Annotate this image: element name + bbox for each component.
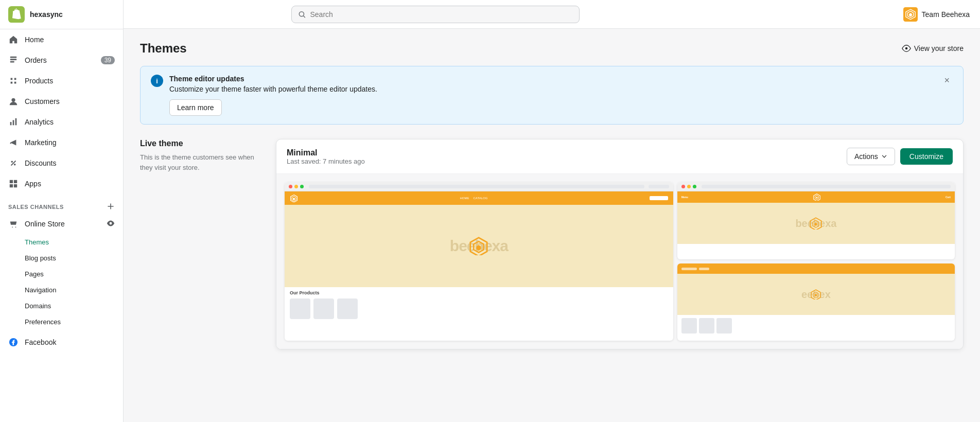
home-icon <box>8 34 19 45</box>
sidebar-header: hexasync <box>0 0 123 29</box>
preferences-sub-label: Preferences <box>25 318 61 326</box>
sec-browser-dot <box>681 185 685 188</box>
eye-icon <box>902 44 911 53</box>
mini-nav-logo <box>290 194 298 202</box>
svg-rect-1 <box>10 57 17 58</box>
svg-rect-7 <box>15 118 17 126</box>
sidebar-item-facebook[interactable]: Facebook <box>0 332 123 353</box>
sidebar-item-home[interactable]: Home <box>0 29 123 50</box>
blog-posts-sub-label: Blog posts <box>25 254 56 262</box>
banner-close-button[interactable]: × <box>941 75 953 86</box>
sec-nav-menu: Menu <box>681 196 688 199</box>
user-area[interactable]: Team Beehexa <box>903 7 970 22</box>
view-store-label: View your store <box>914 44 964 52</box>
analytics-label: Analytics <box>25 118 54 126</box>
banner-content: Theme editor updates Customize your them… <box>169 75 935 116</box>
svg-rect-5 <box>10 122 12 125</box>
hero-logo-center <box>469 237 488 255</box>
content-area: Themes View your store i Theme editor up… <box>124 29 980 422</box>
user-logo-icon <box>903 7 918 22</box>
sidebar-item-apps[interactable]: Apps <box>0 173 123 194</box>
sidebar-sub-item-navigation[interactable]: Navigation <box>0 282 123 298</box>
pages-sub-label: Pages <box>25 270 44 278</box>
products-icon <box>8 76 19 86</box>
actions-button[interactable]: Actions <box>847 148 895 165</box>
sec-nav-bar: Menu Cart <box>677 191 955 203</box>
customers-icon <box>8 96 19 107</box>
theme-info: Minimal Last saved: 7 minutes ago <box>287 148 365 165</box>
search-input[interactable] <box>310 10 573 19</box>
sidebar-item-discounts[interactable]: Discounts <box>0 153 123 173</box>
sidebar-sub-item-preferences[interactable]: Preferences <box>0 314 123 330</box>
svg-point-13 <box>299 11 304 16</box>
svg-rect-2 <box>10 59 17 60</box>
svg-point-9 <box>14 164 16 166</box>
discounts-label: Discounts <box>25 159 56 167</box>
page-title: Themes <box>140 41 187 56</box>
svg-point-11 <box>110 222 112 224</box>
mini-nav-home: HOME <box>460 197 469 200</box>
customize-button[interactable]: Customize <box>900 148 953 165</box>
live-theme-info: Live theme This is the theme customers s… <box>140 139 264 172</box>
themes-sub-label: Themes <box>25 238 49 246</box>
customers-label: Customers <box>25 97 60 106</box>
learn-more-button[interactable]: Learn more <box>169 99 222 116</box>
search-bar[interactable] <box>291 6 580 23</box>
svg-rect-3 <box>10 61 14 63</box>
orders-label: Orders <box>25 56 47 64</box>
main-area: Team Beehexa Themes View your store i Th… <box>124 0 980 422</box>
theme-actions: Actions Customize <box>847 148 953 165</box>
store-name: hexasync <box>30 10 63 19</box>
sec-nav-cart: Cart <box>946 196 951 199</box>
apps-icon <box>8 179 19 189</box>
online-store-icon <box>8 219 19 229</box>
preview-secondary: Menu Cart <box>677 182 955 341</box>
domains-sub-label: Domains <box>25 302 51 310</box>
eye-icon[interactable] <box>107 219 115 229</box>
sidebar-sub-item-pages[interactable]: Pages <box>0 266 123 282</box>
theme-preview: HOME CATALOG beehexa <box>276 174 963 349</box>
sec-hero: beehexa <box>677 203 955 244</box>
add-sales-channel-icon[interactable] <box>107 202 115 212</box>
svg-rect-6 <box>13 120 14 125</box>
sidebar-sub-item-blog-posts[interactable]: Blog posts <box>0 250 123 266</box>
banner-title: Theme editor updates <box>169 75 935 83</box>
preview-main: HOME CATALOG beehexa <box>285 182 673 341</box>
navigation-sub-label: Navigation <box>25 286 56 294</box>
analytics-icon <box>8 117 19 127</box>
sec-browser-bar <box>677 182 955 191</box>
hero-section: beehexa <box>285 205 673 287</box>
live-theme-label: Live theme <box>140 139 264 148</box>
live-theme-description: This is the theme customers see when the… <box>140 152 264 172</box>
sidebar-sub-item-domains[interactable]: Domains <box>0 298 123 314</box>
theme-card: Minimal Last saved: 7 minutes ago Action… <box>276 139 964 349</box>
online-store-label: Online Store <box>25 220 65 228</box>
sidebar-item-analytics[interactable]: Analytics <box>0 112 123 132</box>
facebook-icon <box>8 337 19 347</box>
mini-search-bar <box>650 196 668 200</box>
view-store-button[interactable]: View your store <box>902 44 964 53</box>
sidebar-item-online-store[interactable]: Online Store <box>0 214 123 234</box>
sidebar-item-products[interactable]: Products <box>0 71 123 91</box>
browser-dot-yellow <box>294 185 298 188</box>
search-icon <box>298 10 306 19</box>
marketing-label: Marketing <box>25 138 56 147</box>
banner-description: Customize your theme faster with powerfu… <box>169 85 935 93</box>
facebook-label: Facebook <box>25 338 56 346</box>
sidebar-item-marketing[interactable]: Marketing <box>0 132 123 153</box>
user-name: Team Beehexa <box>922 10 970 19</box>
orders-icon <box>8 55 19 65</box>
actions-label: Actions <box>854 152 878 161</box>
theme-saved: Last saved: 7 minutes ago <box>287 157 365 165</box>
svg-point-4 <box>11 98 15 102</box>
sidebar-item-orders[interactable]: Orders 39 <box>0 50 123 71</box>
discounts-icon <box>8 158 19 168</box>
sidebar-item-customers[interactable]: Customers <box>0 91 123 112</box>
browser-dot-red <box>289 185 292 188</box>
sidebar-sub-item-themes[interactable]: Themes <box>0 234 123 250</box>
shopify-logo-icon <box>8 6 25 23</box>
live-theme-section: Live theme This is the theme customers s… <box>140 139 964 349</box>
svg-point-8 <box>11 161 13 163</box>
topbar: Team Beehexa <box>124 0 980 29</box>
marketing-icon <box>8 137 19 148</box>
